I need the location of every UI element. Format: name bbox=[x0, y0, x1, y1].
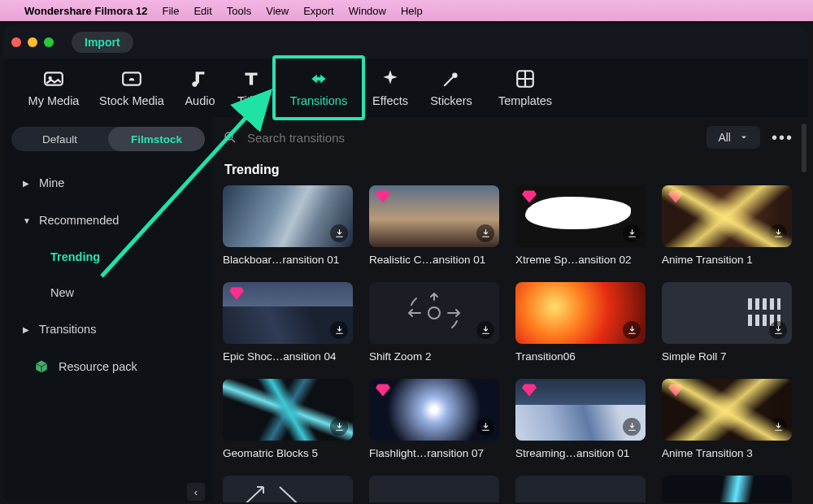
transition-thumbnail[interactable] bbox=[369, 476, 499, 502]
transition-thumbnail[interactable] bbox=[515, 185, 646, 247]
transition-card[interactable]: Epic Shoc…ansition 04 bbox=[223, 282, 353, 363]
transition-title: Epic Shoc…ansition 04 bbox=[223, 350, 353, 363]
grid-icon bbox=[515, 68, 536, 89]
transition-card[interactable]: Blackboar…ransition 01 bbox=[223, 185, 353, 266]
download-button[interactable] bbox=[769, 224, 787, 242]
download-button[interactable] bbox=[623, 224, 641, 242]
transition-card[interactable]: Realistic C…ansition 01 bbox=[369, 185, 499, 266]
transition-thumbnail[interactable] bbox=[662, 185, 792, 247]
menu-view[interactable]: View bbox=[266, 5, 289, 17]
app-name[interactable]: Wondershare Filmora 12 bbox=[24, 5, 147, 17]
download-button[interactable] bbox=[330, 224, 348, 242]
transition-card[interactable]: Shift Zoom 2 bbox=[369, 282, 499, 363]
tab-titles[interactable]: Titles bbox=[226, 63, 276, 111]
svg-point-5 bbox=[225, 133, 233, 140]
transition-card[interactable] bbox=[515, 476, 646, 502]
menu-window[interactable]: Window bbox=[349, 5, 386, 17]
search-box[interactable] bbox=[223, 130, 467, 146]
transition-thumbnail[interactable] bbox=[223, 185, 353, 247]
transition-title: Shift Zoom 2 bbox=[369, 350, 499, 363]
transition-thumbnail[interactable] bbox=[662, 282, 792, 344]
window-close-button[interactable] bbox=[11, 37, 21, 47]
segment-default[interactable]: Default bbox=[11, 127, 108, 151]
transition-card[interactable]: Xtreme Sp…ansition 02 bbox=[515, 185, 646, 266]
download-button[interactable] bbox=[769, 418, 787, 436]
tree-trending[interactable]: Trending bbox=[50, 239, 205, 275]
menu-export[interactable]: Export bbox=[303, 5, 334, 17]
filter-dropdown[interactable]: All bbox=[706, 126, 760, 149]
tab-label: Audio bbox=[185, 94, 215, 107]
download-button[interactable] bbox=[769, 321, 787, 339]
download-button[interactable] bbox=[623, 321, 641, 339]
tab-label: My Media bbox=[28, 94, 80, 107]
transition-card[interactable] bbox=[662, 476, 792, 502]
download-button[interactable] bbox=[623, 418, 641, 436]
menu-help[interactable]: Help bbox=[401, 5, 423, 17]
menu-edit[interactable]: Edit bbox=[193, 5, 211, 17]
transition-thumbnail[interactable] bbox=[662, 476, 792, 502]
transition-thumbnail[interactable] bbox=[223, 379, 353, 441]
transition-card[interactable]: Anime Transition 3 bbox=[662, 379, 792, 459]
menu-file[interactable]: File bbox=[162, 5, 179, 17]
tree-label: New bbox=[50, 286, 74, 299]
transition-card[interactable]: Transition06 bbox=[515, 282, 646, 363]
download-button[interactable] bbox=[330, 418, 348, 436]
sidebar-tree: ▶Mine ▼Recommended Trending New ▶Transit… bbox=[11, 164, 205, 385]
tab-stock-media[interactable]: Stock Media bbox=[89, 63, 174, 111]
download-button[interactable] bbox=[330, 321, 348, 339]
tree-recommended[interactable]: ▼Recommended bbox=[11, 202, 205, 239]
transition-thumbnail[interactable] bbox=[515, 476, 646, 502]
transition-thumbnail[interactable] bbox=[223, 282, 353, 344]
library-source-segment[interactable]: Default Filmstock bbox=[11, 127, 205, 151]
premium-gem-icon bbox=[376, 384, 390, 400]
transition-title: Anime Transition 1 bbox=[662, 254, 792, 266]
transition-card[interactable]: Geomatric Blocks 5 bbox=[223, 379, 353, 459]
section-title: Trending bbox=[224, 163, 803, 177]
main-content: All ••• Trending Blackboar…ransition 01R… bbox=[213, 117, 808, 502]
menu-tools[interactable]: Tools bbox=[227, 5, 251, 17]
import-button[interactable]: Import bbox=[72, 32, 133, 53]
sidebar: Default Filmstock ▶Mine ▼Recommended Tre… bbox=[3, 117, 213, 502]
transition-card[interactable]: Anime Transition 1 bbox=[662, 185, 792, 266]
scrollbar[interactable] bbox=[802, 124, 806, 172]
transition-title: Xtreme Sp…ansition 02 bbox=[515, 254, 646, 266]
transition-thumbnail[interactable] bbox=[369, 379, 499, 441]
tab-effects[interactable]: Effects bbox=[361, 63, 420, 111]
transition-card[interactable]: Flashlight…ransition 07 bbox=[369, 379, 499, 459]
transition-thumbnail[interactable] bbox=[515, 282, 646, 344]
tab-audio[interactable]: Audio bbox=[174, 63, 226, 111]
search-input[interactable] bbox=[246, 130, 436, 146]
download-button[interactable] bbox=[476, 418, 494, 436]
tab-my-media[interactable]: My Media bbox=[18, 63, 89, 111]
tab-templates[interactable]: Templates bbox=[483, 63, 567, 111]
tree-mine[interactable]: ▶Mine bbox=[11, 164, 205, 202]
tree-transitions[interactable]: ▶Transitions bbox=[11, 311, 205, 348]
tree-resource-pack[interactable]: Resource pack bbox=[11, 348, 205, 385]
download-button[interactable] bbox=[476, 321, 494, 339]
premium-gem-icon bbox=[522, 190, 537, 206]
more-options-button[interactable]: ••• bbox=[772, 128, 793, 147]
tab-transitions[interactable]: Transitions bbox=[276, 63, 361, 111]
transitions-icon bbox=[308, 68, 329, 89]
transition-thumbnail[interactable] bbox=[515, 379, 646, 441]
macos-menubar: Wondershare Filmora 12 File Edit Tools V… bbox=[0, 0, 813, 21]
window-zoom-button[interactable] bbox=[44, 37, 54, 47]
transition-thumbnail[interactable] bbox=[223, 476, 353, 502]
download-button[interactable] bbox=[476, 224, 494, 242]
premium-gem-icon bbox=[229, 287, 244, 303]
transition-card[interactable]: Streaming…ansition 01 bbox=[515, 379, 646, 459]
tab-stickers[interactable]: Stickers bbox=[420, 63, 483, 111]
transition-thumbnail[interactable] bbox=[369, 282, 499, 344]
transition-card[interactable]: Simple Roll 7 bbox=[662, 282, 792, 363]
tree-new[interactable]: New bbox=[50, 275, 205, 311]
transition-thumbnail[interactable] bbox=[662, 379, 792, 441]
package-icon bbox=[34, 359, 49, 374]
transition-thumbnail[interactable] bbox=[369, 185, 499, 247]
collapse-sidebar-button[interactable]: ‹ bbox=[187, 483, 205, 501]
window-minimize-button[interactable] bbox=[28, 37, 37, 47]
segment-filmstock[interactable]: Filmstock bbox=[108, 127, 205, 151]
transition-card[interactable] bbox=[369, 476, 499, 502]
text-icon bbox=[241, 68, 262, 89]
transition-card[interactable] bbox=[223, 476, 353, 502]
wand-icon bbox=[441, 68, 462, 89]
